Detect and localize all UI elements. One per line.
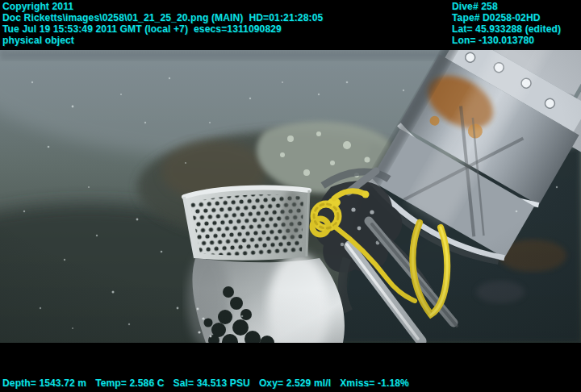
salinity-readout: Sal= 34.513 PSU [173,377,250,389]
rov-video-frame: Copyright 2011 Doc Ricketts\images\0258\… [0,0,581,392]
latitude-readout: Lat= 45.933288 (edited) [452,23,561,35]
tape-number: Tape# D0258-02HD [452,12,541,23]
longitude-readout: Lon= -130.013780 [452,35,534,46]
telemetry-row: Depth= 1543.72 m Temp= 2.586 C Sal= 34.5… [2,377,418,389]
temperature-readout: Temp= 2.586 C [95,377,164,389]
bottom-overlay-bar: Depth= 1543.72 m Temp= 2.586 C Sal= 34.5… [0,343,581,392]
oxygen-readout: Oxy= 2.529 ml/l [259,377,331,389]
seafloor-scene [0,50,581,343]
transmissivity-readout: Xmiss= -1.18% [340,377,409,389]
dive-number: Dive# 258 [452,1,498,12]
top-overlay-bar: Copyright 2011 Doc Ricketts\images\0258\… [0,0,581,50]
timestamp-line: Tue Jul 19 15:53:49 2011 GMT (local +7) … [2,23,282,35]
copyright-line: Copyright 2011 [2,1,73,12]
annotation-line: physical object [2,35,74,46]
underwater-photo [0,50,581,343]
image-path-line: Doc Ricketts\images\0258\01_21_25_20.png… [2,12,323,23]
depth-readout: Depth= 1543.72 m [2,377,86,389]
